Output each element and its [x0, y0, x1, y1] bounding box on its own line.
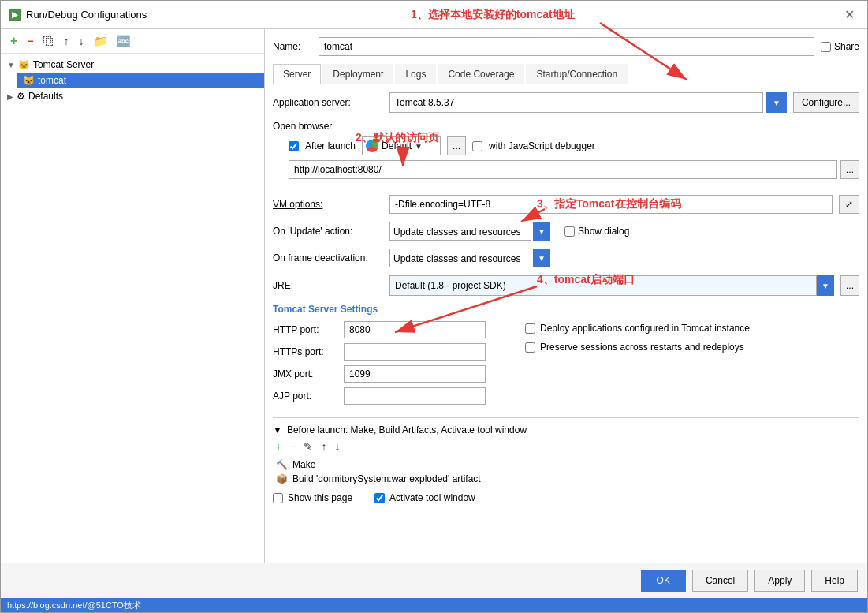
apply-button[interactable]: Apply — [754, 570, 805, 592]
http-port-input[interactable] — [344, 321, 486, 338]
app-server-value: Tomcat 8.5.37 — [395, 97, 454, 108]
browser-select-wrapper: Default ▼ — [362, 136, 441, 155]
jre-dropdown-button[interactable]: ▼ — [817, 275, 834, 296]
browser-value: Default — [382, 140, 412, 151]
move-down-button[interactable]: ↓ — [76, 33, 88, 49]
activate-tool-label: Activate tool window — [389, 492, 475, 503]
move-up-button[interactable]: ↑ — [61, 33, 73, 49]
browser-select[interactable]: Default ▼ — [362, 136, 441, 155]
show-page-row: Show this page Activate tool window — [273, 492, 859, 503]
jre-row: JRE: Default (1.8 - project SDK) ▼ ... — [273, 275, 859, 296]
vm-options-input[interactable] — [389, 195, 833, 214]
on-frame-value: Update classes and resources — [393, 253, 520, 264]
https-port-input[interactable] — [344, 343, 486, 361]
url-input[interactable] — [289, 160, 837, 179]
after-launch-label: After launch — [305, 140, 356, 151]
url-browse-button[interactable]: ... — [840, 160, 859, 179]
tree-item-defaults[interactable]: ▶ ⚙ Defaults — [1, 88, 264, 104]
show-dialog-checkbox[interactable] — [564, 226, 575, 237]
vm-options-label: VM options: — [273, 199, 383, 210]
on-update-select[interactable]: Update classes and resources — [389, 222, 531, 241]
on-update-dropdown-button[interactable]: ▼ — [533, 222, 550, 241]
defaults-expand-icon: ▶ — [7, 92, 13, 101]
copy-config-button[interactable]: ⿻ — [40, 33, 58, 49]
on-update-value: Update classes and resources — [393, 226, 520, 237]
tab-code-coverage[interactable]: Code Coverage — [438, 64, 524, 84]
preserve-sessions-checkbox[interactable] — [525, 342, 535, 353]
js-debugger-checkbox[interactable] — [472, 141, 482, 151]
ok-button[interactable]: OK — [641, 570, 686, 592]
name-input[interactable] — [319, 37, 814, 56]
tab-deployment[interactable]: Deployment — [322, 64, 393, 84]
preserve-sessions-option: Preserve sessions across restarts and re… — [525, 342, 750, 353]
ajp-port-label: AJP port: — [273, 391, 344, 402]
tab-server[interactable]: Server — [273, 64, 321, 84]
on-frame-row: On frame deactivation: Update classes an… — [273, 249, 859, 267]
deploy-tomcat-checkbox[interactable] — [525, 323, 535, 334]
vm-options-expand-button[interactable]: ⤢ — [839, 195, 859, 214]
app-server-select[interactable]: Tomcat 8.5.37 — [389, 92, 763, 113]
defaults-label: Defaults — [28, 91, 63, 102]
build-label: Build 'dormitorySystem:war exploded' art… — [292, 473, 481, 484]
after-launch-checkbox[interactable] — [289, 141, 299, 151]
app-server-select-wrapper: Tomcat 8.5.37 ▼ — [389, 92, 787, 113]
port-settings-area: HTTP port: HTTPs port: JMX port: AJ — [273, 321, 859, 409]
on-frame-dropdown-button[interactable]: ▼ — [533, 249, 550, 267]
launch-down-button[interactable]: ↓ — [332, 440, 342, 453]
on-frame-select[interactable]: Update classes and resources — [389, 249, 531, 267]
jmx-port-input[interactable] — [344, 365, 486, 383]
more-button[interactable]: ... — [447, 136, 466, 155]
jre-browse-button[interactable]: ... — [840, 275, 859, 296]
jre-select-wrapper: Default (1.8 - project SDK) ▼ — [389, 275, 834, 296]
share-checkbox[interactable] — [821, 42, 831, 52]
tomcat-settings-label: Tomcat Server Settings — [273, 304, 859, 315]
name-row: Name: Share — [273, 37, 859, 56]
status-text: https://blog.csdn.net/@51CTO技术 — [7, 600, 141, 611]
sort-button[interactable]: 🔤 — [114, 33, 133, 49]
on-update-select-wrapper: Update classes and resources ▼ — [389, 222, 550, 241]
open-browser-label: Open browser — [273, 121, 859, 132]
https-port-label: HTTPs port: — [273, 346, 344, 357]
preserve-sessions-label: Preserve sessions across restarts and re… — [540, 342, 744, 353]
before-launch-section: ▼ Before launch: Make, Build Artifacts, … — [273, 417, 859, 503]
help-button[interactable]: Help — [811, 570, 858, 592]
configure-button[interactable]: Configure... — [793, 92, 859, 113]
deploy-tomcat-label: Deploy applications configured in Tomcat… — [540, 323, 750, 334]
ports-right: Deploy applications configured in Tomcat… — [509, 321, 750, 409]
launch-remove-button[interactable]: − — [287, 440, 298, 453]
launch-add-button[interactable]: + — [273, 440, 284, 453]
dialog-title: Run/Debug Configurations — [26, 9, 147, 21]
launch-item-build: 📦 Build 'dormitorySystem:war exploded' a… — [273, 472, 859, 486]
launch-edit-button[interactable]: ✎ — [301, 440, 315, 453]
deploy-tomcat-option: Deploy applications configured in Tomcat… — [525, 323, 750, 334]
tree-children: 🐱 tomcat — [1, 73, 264, 88]
tree-area: ▼ 🐱 Tomcat Server 🐱 tomcat ▶ ⚙ Defaults — [1, 54, 264, 563]
bottom-buttons: OK Cancel Apply Help — [1, 563, 867, 598]
tree-item-tomcat[interactable]: 🐱 tomcat — [17, 73, 264, 88]
activate-tool-checkbox[interactable] — [374, 493, 385, 503]
cancel-button[interactable]: Cancel — [692, 570, 748, 592]
launch-title: Before launch: Make, Build Artifacts, Ac… — [287, 424, 527, 435]
tab-startup-connection[interactable]: Startup/Connection — [526, 64, 628, 84]
tomcat-label: tomcat — [38, 75, 66, 86]
add-config-button[interactable]: + — [7, 32, 20, 50]
tab-logs[interactable]: Logs — [395, 64, 436, 84]
remove-config-button[interactable]: − — [24, 33, 36, 49]
status-bar: https://blog.csdn.net/@51CTO技术 — [1, 598, 867, 612]
expand-arrow-icon: ▼ — [7, 61, 15, 69]
close-button[interactable]: ✕ — [840, 6, 859, 24]
ajp-port-input[interactable] — [344, 387, 486, 405]
tree-item-tomcat-server[interactable]: ▼ 🐱 Tomcat Server — [1, 57, 264, 73]
show-page-checkbox[interactable] — [273, 493, 283, 503]
share-area: Share — [821, 41, 859, 52]
share-label: Share — [834, 41, 859, 52]
on-frame-select-wrapper: Update classes and resources ▼ — [389, 249, 550, 267]
launch-item-make: 🔨 Make — [273, 458, 859, 472]
launch-up-button[interactable]: ↑ — [319, 440, 329, 453]
collapse-arrow-icon: ▼ — [273, 424, 282, 435]
folder-button[interactable]: 📁 — [91, 33, 110, 49]
app-server-dropdown-arrow[interactable]: ▼ — [766, 92, 787, 113]
name-label: Name: — [273, 41, 312, 52]
ajp-port-row: AJP port: — [273, 387, 486, 405]
open-browser-section: Open browser After launch Default ▼ ... … — [273, 121, 859, 187]
